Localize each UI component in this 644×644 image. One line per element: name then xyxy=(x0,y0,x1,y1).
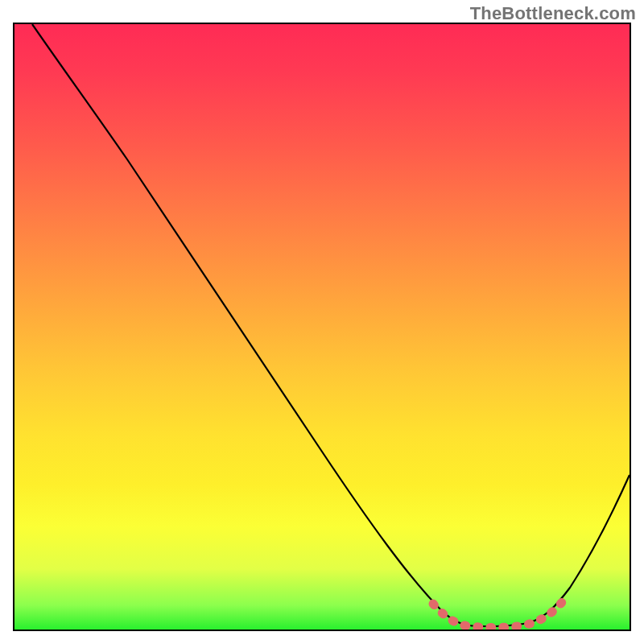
watermark-text: TheBottleneck.com xyxy=(470,3,636,24)
chart-container: TheBottleneck.com xyxy=(0,0,644,644)
curve-overlay xyxy=(14,24,630,630)
optimal-zone-highlight xyxy=(433,601,564,628)
bottleneck-curve xyxy=(32,24,630,626)
plot-area xyxy=(13,23,631,631)
